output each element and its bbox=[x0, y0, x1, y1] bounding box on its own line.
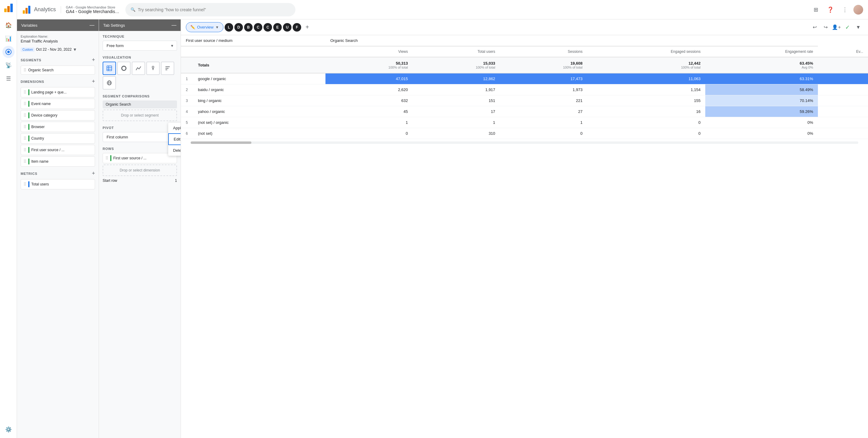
pivot-select[interactable]: None First column Last column bbox=[103, 132, 177, 142]
dimension-browser[interactable]: ⠿ Browser bbox=[21, 122, 95, 132]
tab-L[interactable]: L bbox=[225, 23, 233, 32]
variables-panel-header: Variables — bbox=[17, 20, 99, 31]
more-tab-btn[interactable]: ▼ bbox=[854, 23, 863, 32]
date-range-dropdown-btn[interactable]: ▼ bbox=[73, 47, 77, 52]
nav-reports-icon[interactable]: 📊 bbox=[2, 32, 14, 44]
viz-bar-btn[interactable] bbox=[161, 62, 174, 75]
row-engagement-rate: 0% bbox=[705, 128, 818, 139]
rows-first-user-source-chip[interactable]: ⠿ First user source / ... bbox=[103, 153, 177, 163]
dimensions-section-title: DIMENSIONS bbox=[21, 80, 44, 84]
viz-line-btn[interactable] bbox=[132, 62, 145, 75]
check-btn[interactable]: ✓ bbox=[842, 23, 852, 32]
grid-icon-btn[interactable]: ⊞ bbox=[810, 4, 822, 16]
h-scrollbar-track[interactable] bbox=[191, 142, 858, 144]
svg-rect-5 bbox=[23, 10, 25, 14]
tab-C1[interactable]: C bbox=[254, 23, 262, 32]
col-total-users[interactable]: Total users bbox=[413, 46, 500, 57]
drag-handle-icon: ⠿ bbox=[23, 90, 26, 95]
context-menu-apply[interactable]: Apply bbox=[168, 123, 181, 133]
dimension-country[interactable]: ⠿ Country bbox=[21, 133, 95, 144]
h-scrollbar-thumb[interactable] bbox=[191, 142, 251, 144]
dimension-landing-page[interactable]: ⠿ Landing page + que... bbox=[21, 87, 95, 97]
segment-drop-zone[interactable]: Drop or select segment bbox=[103, 110, 177, 121]
share-btn[interactable]: 👤+ bbox=[832, 23, 841, 32]
table-row[interactable]: 2 baidu / organic 2,620 1,917 1,973 1,15… bbox=[181, 84, 868, 95]
more-options-btn[interactable]: ⋮ bbox=[839, 4, 851, 16]
context-menu-delete[interactable]: Delete bbox=[168, 145, 181, 156]
tab-overview[interactable]: ✏️ Overview ▼ bbox=[186, 22, 223, 32]
col-sessions[interactable]: Sessions bbox=[500, 46, 587, 57]
dimension-event-name[interactable]: ⠿ Event name bbox=[21, 99, 95, 109]
dimension-name: Browser bbox=[31, 125, 44, 129]
nav-configure-icon[interactable]: ☰ bbox=[2, 72, 14, 85]
dimension-first-user-source[interactable]: ⠿ First user source / ... bbox=[21, 145, 95, 155]
viz-geo-btn[interactable] bbox=[103, 76, 116, 90]
table-row[interactable]: 6 (not set) 0 310 0 0 0% bbox=[181, 128, 868, 139]
row-engagement-rate: 58.49% bbox=[705, 84, 818, 95]
data-table-container[interactable]: First user source / medium Organic Searc… bbox=[181, 35, 868, 438]
undo-btn[interactable]: ↩ bbox=[810, 23, 819, 32]
tab-U[interactable]: U bbox=[283, 23, 291, 32]
row-dimension: (not set) / organic bbox=[193, 117, 326, 128]
svg-rect-6 bbox=[26, 8, 28, 14]
table-row[interactable]: 3 bing / organic 632 151 221 155 70.14% bbox=[181, 95, 868, 106]
analytics-logo[interactable] bbox=[3, 2, 14, 14]
row-views: 2,620 bbox=[326, 84, 413, 95]
help-icon-btn[interactable]: ❓ bbox=[824, 4, 836, 16]
tab-settings-minimize-btn[interactable]: — bbox=[172, 23, 176, 28]
search-icon: 🔍 bbox=[130, 7, 135, 12]
context-menu-edit[interactable]: Edit bbox=[168, 133, 181, 145]
user-avatar[interactable] bbox=[854, 5, 863, 14]
search-bar[interactable]: 🔍 bbox=[125, 3, 296, 17]
viz-scatter-btn[interactable] bbox=[146, 62, 160, 75]
col-rank bbox=[181, 46, 193, 57]
table-row[interactable]: 1 google / organic 47,015 12,862 17,473 … bbox=[181, 73, 868, 84]
nav-explore-icon[interactable] bbox=[2, 46, 14, 58]
row-sessions: 27 bbox=[500, 106, 587, 117]
svg-point-13 bbox=[123, 67, 125, 69]
tab-D[interactable]: D bbox=[235, 23, 243, 32]
viz-donut-btn[interactable] bbox=[117, 62, 130, 75]
tab-E[interactable]: E bbox=[273, 23, 282, 32]
tab-B[interactable]: B bbox=[244, 23, 253, 32]
metric-total-users[interactable]: ⠿ Total users bbox=[21, 179, 95, 189]
variables-minimize-btn[interactable]: — bbox=[90, 23, 94, 28]
col-engaged-sessions[interactable]: Engaged sessions bbox=[587, 46, 706, 57]
table-row[interactable]: 4 yahoo / organic 45 17 27 16 59.26% bbox=[181, 106, 868, 117]
analytics-label: Analytics bbox=[34, 6, 56, 13]
segment-organic-search[interactable]: ⠿ Organic Search bbox=[21, 66, 95, 75]
row-engagement-rate: 59.26% bbox=[705, 106, 818, 117]
add-dimension-btn[interactable]: + bbox=[92, 78, 95, 85]
viz-table-btn[interactable] bbox=[103, 62, 116, 75]
pivot-select-wrapper: None First column Last column ▼ bbox=[103, 132, 177, 142]
tab-settings-panel-header: Tab Settings — bbox=[99, 20, 181, 31]
tab-C2[interactable]: C bbox=[264, 23, 272, 32]
totals-label: Totals bbox=[193, 57, 326, 73]
add-metric-btn[interactable]: + bbox=[92, 170, 95, 177]
row-rank: 2 bbox=[181, 84, 193, 95]
row-name: First user source / ... bbox=[113, 156, 146, 160]
col-views[interactable]: Views bbox=[326, 46, 413, 57]
tab-F[interactable]: F bbox=[293, 23, 301, 32]
row-views: 45 bbox=[326, 106, 413, 117]
dimension-device-category[interactable]: ⠿ Device category bbox=[21, 110, 95, 121]
visualization-label: VISUALIZATION bbox=[103, 56, 177, 59]
nav-advertising-icon[interactable]: 📡 bbox=[2, 59, 14, 71]
nav-settings-icon[interactable]: ⚙️ bbox=[2, 424, 14, 436]
row-dimension: baidu / organic bbox=[193, 84, 326, 95]
dimension-item-name[interactable]: ⠿ Item name bbox=[21, 156, 95, 167]
table-row[interactable]: 5 (not set) / organic 1 1 1 0 0% bbox=[181, 117, 868, 128]
segment-comp-chip-organic[interactable]: Organic Search bbox=[103, 100, 177, 108]
add-segment-btn[interactable]: + bbox=[92, 57, 95, 63]
tab-settings-panel-title: Tab Settings bbox=[103, 23, 125, 28]
redo-btn[interactable]: ↪ bbox=[820, 23, 830, 32]
rows-drop-zone[interactable]: Drop or select dimension bbox=[103, 164, 177, 176]
col-engagement-rate[interactable]: Engagement rate bbox=[705, 46, 818, 57]
row-rank: 1 bbox=[181, 73, 193, 84]
row-indicator bbox=[110, 155, 112, 161]
technique-select[interactable]: Free form Cohort exploration Funnel expl… bbox=[103, 41, 177, 51]
add-tab-btn[interactable]: + bbox=[302, 23, 312, 32]
search-input[interactable] bbox=[138, 7, 290, 12]
nav-home-icon[interactable]: 🏠 bbox=[2, 19, 14, 31]
col-ev[interactable]: Ev... bbox=[818, 46, 868, 57]
